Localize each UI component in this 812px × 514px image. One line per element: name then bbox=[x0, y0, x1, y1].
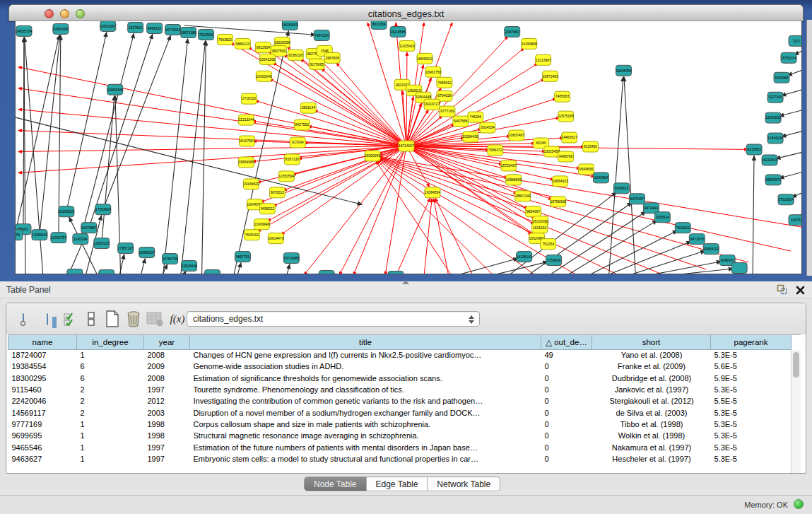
graph-node[interactable]: 9115460 bbox=[583, 141, 599, 152]
graph-node[interactable]: 22420046 bbox=[256, 71, 271, 81]
graph-edge[interactable] bbox=[300, 59, 406, 146]
graph-node[interactable]: 99159 bbox=[16, 230, 23, 240]
graph-node[interactable]: 17353924 bbox=[95, 204, 111, 215]
graph-node[interactable]: 746266 bbox=[468, 112, 483, 122]
graph-node[interactable]: 11325419 bbox=[399, 40, 415, 51]
graph-edge[interactable] bbox=[202, 41, 206, 274]
delete-column-button-disabled[interactable] bbox=[145, 309, 165, 329]
graph-edge[interactable] bbox=[379, 158, 748, 262]
graph-edge[interactable] bbox=[782, 131, 801, 137]
graph-node[interactable]: 917004 bbox=[290, 137, 305, 148]
graph-node[interactable]: 19654985 bbox=[238, 157, 254, 168]
graph-edge[interactable] bbox=[779, 110, 801, 117]
graph-edge[interactable] bbox=[314, 110, 406, 146]
table-row[interactable]: 969969511998Structural magnetic resonanc… bbox=[8, 430, 792, 441]
graph-node[interactable]: 15751074 bbox=[781, 52, 796, 63]
graph-node[interactable]: 18300295 bbox=[365, 151, 380, 161]
graph-node[interactable]: 12213344 bbox=[238, 115, 254, 125]
graph-node[interactable]: 6497568 bbox=[453, 116, 469, 127]
table-row[interactable]: 946362711997Embryonic stem cells: a mode… bbox=[8, 453, 792, 465]
graph-node[interactable]: 14136141 bbox=[517, 252, 532, 262]
table-row[interactable]: 946554611997Estimation of the future num… bbox=[8, 441, 792, 452]
graph-edge[interactable] bbox=[66, 33, 107, 212]
graph-edge[interactable] bbox=[18, 146, 406, 152]
graph-node[interactable]: 7955812 bbox=[437, 77, 452, 88]
graph-node[interactable]: 19166829 bbox=[243, 179, 259, 189]
column-header-out_de[interactable]: △ out_de… bbox=[541, 335, 592, 349]
graph-node[interactable]: 1615152 bbox=[532, 223, 548, 233]
citation-network-graph[interactable]: 1872400718300295193845542405572420691406… bbox=[16, 21, 801, 274]
graph-node[interactable]: 7625402 bbox=[244, 230, 259, 240]
graph-node[interactable]: 19654923 bbox=[553, 176, 568, 187]
column-header-title[interactable]: title bbox=[190, 335, 541, 349]
graph-node[interactable]: 7515526 bbox=[199, 29, 214, 40]
graph-edge[interactable] bbox=[163, 39, 188, 274]
graph-node[interactable]: 1145194 bbox=[73, 234, 88, 245]
graph-node[interactable]: 14463627 bbox=[562, 132, 577, 143]
function-builder-button[interactable]: f(x) bbox=[167, 309, 187, 329]
graph-node[interactable]: 752254 bbox=[541, 239, 556, 250]
graph-node[interactable]: 12505125 bbox=[94, 238, 110, 249]
graph-node[interactable]: 7957224 bbox=[314, 30, 329, 40]
column-header-year[interactable]: year bbox=[144, 335, 190, 349]
graph-edge[interactable] bbox=[286, 264, 290, 274]
table-row[interactable]: 1830029562008Estimation of significance … bbox=[8, 373, 792, 384]
float-panel-icon[interactable] bbox=[777, 284, 787, 298]
graph-node[interactable]: 8215953 bbox=[746, 144, 762, 155]
graph-node[interactable]: 12213987 bbox=[536, 54, 551, 65]
graph-node[interactable]: 20691406 bbox=[53, 23, 69, 34]
graph-node[interactable]: 9699695 bbox=[579, 164, 594, 175]
graph-node[interactable]: 8186328 bbox=[288, 49, 303, 60]
table-row[interactable]: 1872400712008Changes of HCN gene express… bbox=[8, 349, 792, 361]
table-row[interactable]: 1938455462009Genome-wide association stu… bbox=[8, 361, 792, 372]
graph-node[interactable]: 9329966 bbox=[774, 72, 789, 83]
graph-node[interactable]: 16210727 bbox=[424, 99, 440, 110]
graph-edge[interactable] bbox=[336, 63, 406, 146]
graph-node[interactable]: 116753 bbox=[789, 215, 801, 226]
graph-node[interactable] bbox=[99, 270, 114, 274]
graph-node[interactable]: 8813054 bbox=[371, 21, 387, 29]
table-scrollbar[interactable] bbox=[791, 350, 801, 474]
graph-node[interactable]: 16648784 bbox=[616, 65, 631, 76]
graph-edge[interactable] bbox=[776, 151, 801, 158]
graph-node[interactable]: 17957223 bbox=[118, 243, 134, 254]
graph-node[interactable]: 13156829 bbox=[32, 230, 47, 240]
table-scrollbar-thumb[interactable] bbox=[793, 352, 799, 378]
graph-node[interactable]: 8471676 bbox=[689, 234, 705, 245]
graph-node[interactable]: 7986372 bbox=[488, 145, 503, 156]
graph-node[interactable]: 8267130 bbox=[284, 154, 300, 165]
show-columns-button[interactable] bbox=[37, 309, 57, 329]
graph-edge[interactable] bbox=[284, 54, 406, 146]
tab-node-table[interactable]: Node Table bbox=[305, 477, 367, 491]
graph-node[interactable]: 20053346 bbox=[107, 84, 123, 95]
graph-node[interactable]: 7632621 bbox=[675, 223, 690, 233]
graph-node[interactable]: 3624534 bbox=[480, 122, 495, 133]
graph-edge[interactable] bbox=[782, 89, 801, 96]
graph-node[interactable]: 2803144 bbox=[300, 103, 316, 113]
graph-node[interactable]: 11909948 bbox=[254, 219, 269, 230]
graph-node[interactable]: 9860123 bbox=[235, 38, 250, 49]
graph-node[interactable]: 9227349 bbox=[767, 92, 783, 103]
graph-edge[interactable] bbox=[183, 271, 186, 274]
table-row[interactable]: 911546021997Tourette syndrome. Phenomeno… bbox=[8, 384, 792, 395]
graph-edge[interactable] bbox=[376, 161, 452, 274]
graph-edge[interactable] bbox=[89, 34, 153, 228]
graph-node[interactable]: 8427552 bbox=[294, 119, 310, 130]
graph-edge[interactable] bbox=[624, 77, 635, 274]
graph-node[interactable]: 16210643 bbox=[762, 155, 777, 165]
graph-edge[interactable] bbox=[753, 156, 754, 274]
graph-node[interactable]: 19592971 bbox=[765, 175, 781, 185]
graph-node[interactable]: 2935514 bbox=[654, 212, 670, 223]
graph-node[interactable]: 8938923 bbox=[613, 183, 629, 194]
graph-edge[interactable] bbox=[18, 88, 406, 146]
graph-node[interactable]: 18724007 bbox=[399, 141, 414, 151]
graph-edge[interactable] bbox=[642, 262, 721, 274]
graph-node[interactable]: 19756928 bbox=[551, 197, 566, 207]
graph-edge[interactable] bbox=[16, 117, 362, 205]
tab-edge-table[interactable]: Edge Table bbox=[367, 477, 428, 491]
graph-node[interactable]: 10973493 bbox=[543, 71, 558, 81]
table-row[interactable]: 1456911722003Disruption of a novel membe… bbox=[8, 407, 792, 418]
graph-edge[interactable] bbox=[779, 171, 801, 178]
graph-node[interactable]: 1117 bbox=[789, 35, 801, 46]
graph-node[interactable]: 12353594 bbox=[278, 171, 294, 182]
